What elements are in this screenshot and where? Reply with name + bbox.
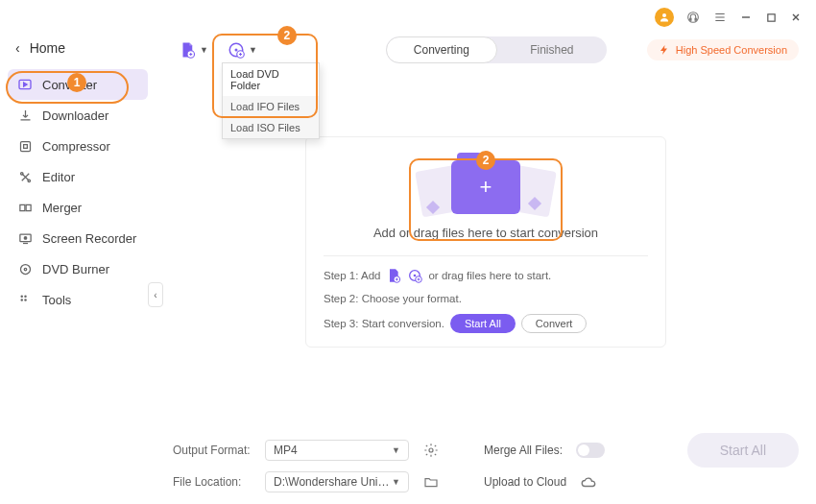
sidebar-item-editor[interactable]: Editor	[8, 161, 148, 192]
svg-rect-7	[19, 204, 24, 210]
maximize-button[interactable]	[764, 11, 778, 24]
sidebar: ‹ Home Converter Downloader Compressor	[0, 31, 156, 504]
sidebar-item-merger[interactable]: Merger	[8, 192, 148, 223]
dvd-burner-icon	[17, 261, 33, 276]
tab-converting[interactable]: Converting	[386, 36, 497, 63]
folder-open-icon[interactable]	[422, 473, 440, 491]
svg-point-14	[24, 295, 27, 298]
start-all-button[interactable]: Start All	[687, 433, 799, 468]
sidebar-item-downloader[interactable]: Downloader	[8, 100, 148, 131]
convert-pill[interactable]: Convert	[521, 314, 588, 333]
toolbar: ▼ ▼ Load DVD Folder Load IFO Files Load …	[173, 31, 799, 79]
output-format-select[interactable]: MP4 ▼	[265, 440, 409, 461]
svg-point-16	[24, 299, 27, 301]
file-location-label: File Location:	[173, 475, 252, 489]
sparkle-icon	[426, 201, 440, 214]
converter-icon	[17, 77, 33, 92]
start-all-pill[interactable]: Start All	[450, 314, 516, 333]
callout-badge-1: 1	[67, 73, 86, 92]
chevron-down-icon: ▼	[392, 445, 400, 455]
dropzone-caption: Add or drag files here to start conversi…	[373, 226, 598, 240]
file-location-select[interactable]: D:\Wondershare UniConverter 1 ▼	[265, 471, 409, 492]
sparkle-icon	[528, 197, 541, 210]
chevron-down-icon: ▼	[249, 45, 257, 55]
dropdown-item-load-ifo[interactable]: Load IFO Files	[223, 96, 319, 117]
home-label: Home	[30, 40, 65, 56]
svg-point-10	[24, 236, 27, 239]
svg-point-0	[662, 13, 666, 17]
menu-icon[interactable]	[712, 10, 728, 25]
callout-badge-2b: 2	[476, 151, 495, 170]
sidebar-item-dvd-burner[interactable]: DVD Burner	[8, 253, 148, 284]
merge-toggle[interactable]	[576, 443, 605, 458]
svg-rect-8	[26, 204, 31, 210]
downloader-icon	[17, 108, 33, 123]
sidebar-item-compressor[interactable]: Compressor	[8, 131, 148, 161]
high-speed-conversion-button[interactable]: High Speed Conversion	[647, 39, 799, 60]
dropzone-art: + Add or drag files here to start conver…	[324, 160, 648, 256]
gear-icon[interactable]	[422, 442, 440, 459]
sidebar-item-label: Downloader	[42, 108, 108, 123]
merge-label: Merge All Files:	[484, 444, 563, 457]
merger-icon	[17, 200, 33, 215]
dropdown-item-load-iso[interactable]: Load ISO Files	[223, 117, 319, 138]
step-3: Step 3: Start conversion. Start All Conv…	[324, 314, 648, 333]
svg-point-15	[20, 299, 23, 301]
support-icon[interactable]	[685, 10, 701, 25]
step-1: Step 1: Add or drag files here to start.	[324, 268, 648, 283]
dropdown-item-load-dvd-folder[interactable]: Load DVD Folder	[223, 63, 319, 96]
svg-point-23	[414, 275, 417, 277]
upload-cloud-label: Upload to Cloud	[484, 475, 566, 489]
sidebar-item-label: Compressor	[42, 139, 110, 154]
chevron-down-icon: ▼	[200, 45, 208, 55]
output-format-label: Output Format:	[173, 444, 252, 457]
home-row[interactable]: ‹ Home	[8, 35, 148, 69]
svg-point-13	[20, 295, 23, 298]
svg-rect-2	[767, 13, 774, 20]
tab-finished[interactable]: Finished	[497, 36, 607, 63]
close-button[interactable]	[789, 11, 803, 24]
svg-point-11	[20, 264, 30, 274]
svg-point-19	[234, 49, 237, 52]
tab-segment: Converting Finished	[386, 36, 607, 63]
callout-badge-2: 2	[277, 26, 297, 45]
minimize-button[interactable]	[739, 11, 753, 24]
titlebar	[0, 0, 816, 31]
footer: Output Format: MP4 ▼ Merge All Files: St…	[173, 425, 799, 492]
high-speed-label: High Speed Conversion	[676, 44, 787, 56]
dropzone[interactable]: + Add or drag files here to start conver…	[305, 136, 666, 348]
screen-recorder-icon	[17, 230, 33, 246]
svg-point-12	[24, 268, 27, 271]
add-dvd-button[interactable]: ▼	[222, 37, 263, 62]
steps-panel: Step 1: Add or drag files here to start.…	[324, 256, 648, 333]
tools-icon	[17, 292, 33, 307]
main-panel: ▼ ▼ Load DVD Folder Load IFO Files Load …	[156, 31, 816, 504]
bolt-icon	[659, 44, 670, 56]
chevron-down-icon: ▼	[392, 477, 400, 487]
back-icon[interactable]: ‹	[15, 40, 20, 56]
add-file-button[interactable]: ▼	[173, 37, 214, 62]
add-file-mini-icon[interactable]	[386, 268, 401, 283]
svg-point-25	[429, 448, 433, 452]
sidebar-item-label: Editor	[42, 170, 75, 184]
add-dvd-mini-icon[interactable]	[407, 268, 422, 283]
step-2: Step 2: Choose your format.	[324, 293, 648, 304]
dvd-dropdown-menu: Load DVD Folder Load IFO Files Load ISO …	[222, 62, 320, 139]
sidebar-item-tools[interactable]: Tools	[8, 284, 148, 315]
user-avatar[interactable]	[655, 8, 674, 27]
sidebar-item-label: Merger	[42, 201, 82, 215]
cloud-icon[interactable]	[580, 473, 597, 491]
editor-icon	[17, 169, 33, 184]
sidebar-item-label: Tools	[42, 293, 71, 307]
sidebar-item-screen-recorder[interactable]: Screen Recorder	[8, 223, 148, 253]
compressor-icon	[17, 138, 33, 154]
sidebar-item-label: Screen Recorder	[42, 231, 136, 246]
svg-rect-4	[20, 141, 30, 151]
sidebar-item-label: DVD Burner	[42, 262, 109, 276]
